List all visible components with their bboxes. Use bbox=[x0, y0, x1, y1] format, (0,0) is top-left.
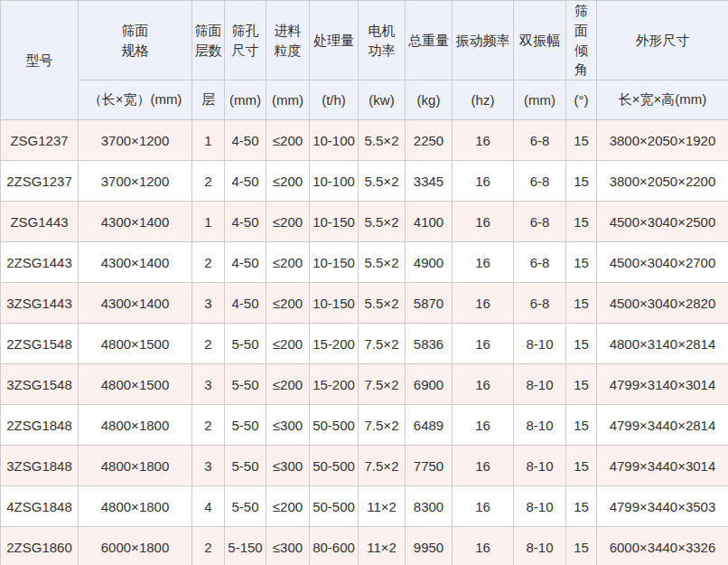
table-cell: 4500×3040×2700 bbox=[597, 242, 728, 283]
table-cell: 5-50 bbox=[225, 405, 266, 446]
col-header-capacity: 处理量 bbox=[310, 1, 359, 80]
col-header-feed-size: 进料 粒度 bbox=[266, 1, 310, 80]
table-cell: 15-200 bbox=[310, 324, 359, 364]
col-header-total-weight: 总重量 bbox=[406, 1, 453, 80]
table-cell: 16 bbox=[453, 324, 514, 364]
col-header-mesh-size: 筛孔 尺寸 bbox=[225, 1, 266, 80]
model-cell: 3ZSG1848 bbox=[1, 446, 79, 486]
table-cell: 5870 bbox=[406, 283, 453, 324]
unit-vibration-frequency: (hz) bbox=[453, 80, 514, 120]
table-cell: 15 bbox=[566, 120, 597, 161]
table-cell: 4-50 bbox=[225, 283, 266, 324]
col-header-screen-spec: 筛面 规格 bbox=[79, 1, 192, 80]
model-cell: ZSG1237 bbox=[1, 120, 79, 161]
table-cell: 8-10 bbox=[514, 486, 566, 527]
table-cell: 10-150 bbox=[310, 202, 359, 242]
table-cell: 16 bbox=[453, 527, 514, 565]
table-cell: 10-100 bbox=[310, 120, 359, 161]
table-cell: 8-10 bbox=[514, 405, 566, 446]
table-cell: 4800×1500 bbox=[79, 364, 192, 405]
col-header-deck-count: 筛面 层数 bbox=[192, 1, 225, 80]
table-row: 2ZSG1548 4800×1500 2 5-50 ≤200 15-200 7.… bbox=[1, 324, 728, 364]
table-row: ZSG1237 3700×1200 1 4-50 ≤200 10-100 5.5… bbox=[1, 120, 728, 161]
table-cell: 4300×1400 bbox=[79, 283, 192, 324]
table-cell: 4799×3440×3503 bbox=[597, 486, 728, 527]
table-cell: 15 bbox=[566, 324, 597, 364]
model-cell: 2ZSG1860 bbox=[1, 527, 79, 565]
table-cell: 16 bbox=[453, 486, 514, 527]
table-cell: 16 bbox=[453, 202, 514, 242]
col-header-motor-power: 电机 功率 bbox=[359, 1, 406, 80]
table-cell: 6-8 bbox=[514, 202, 566, 242]
table-cell: 50-500 bbox=[310, 486, 359, 527]
table-cell: 15 bbox=[566, 161, 597, 202]
table-cell: 4799×3140×3014 bbox=[597, 364, 728, 405]
table-cell: 16 bbox=[453, 405, 514, 446]
table-cell: 6-8 bbox=[514, 161, 566, 202]
model-cell: 3ZSG1443 bbox=[1, 283, 79, 324]
table-cell: 5.5×2 bbox=[359, 120, 406, 161]
table-cell: 4800×3140×2814 bbox=[597, 324, 728, 364]
table-cell: 16 bbox=[453, 283, 514, 324]
table-cell: 15 bbox=[566, 405, 597, 446]
table-cell: 11×2 bbox=[359, 486, 406, 527]
table-cell: ≤200 bbox=[266, 120, 310, 161]
table-cell: 15-200 bbox=[310, 364, 359, 405]
table-cell: 4500×3040×2500 bbox=[597, 202, 728, 242]
table-cell: 15 bbox=[566, 242, 597, 283]
table-row: ZSG1443 4300×1400 1 4-50 ≤200 10-150 5.5… bbox=[1, 202, 728, 242]
table-cell: 1 bbox=[192, 120, 225, 161]
table-cell: 6900 bbox=[406, 364, 453, 405]
unit-capacity: (t/h) bbox=[310, 80, 359, 120]
unit-screen-spec: （长×宽）(mm) bbox=[79, 80, 192, 120]
table-cell: 7.5×2 bbox=[359, 446, 406, 486]
header-row-labels: 型号 筛面 规格 筛面 层数 筛孔 尺寸 进料 粒度 处理量 电机 功率 总重量… bbox=[1, 1, 728, 80]
table-cell: 8300 bbox=[406, 486, 453, 527]
table-cell: 4799×3440×2814 bbox=[597, 405, 728, 446]
table-cell: 1 bbox=[192, 202, 225, 242]
table-cell: 16 bbox=[453, 161, 514, 202]
table-row: 2ZSG1848 4800×1800 2 5-50 ≤300 50-500 7.… bbox=[1, 405, 728, 446]
model-cell: 2ZSG1548 bbox=[1, 324, 79, 364]
table-cell: 2 bbox=[192, 242, 225, 283]
table-cell: 6000×1800 bbox=[79, 527, 192, 565]
table-cell: 3800×2050×1920 bbox=[597, 120, 728, 161]
table-cell: ≤200 bbox=[266, 364, 310, 405]
table-cell: ≤300 bbox=[266, 527, 310, 565]
table-cell: ≤200 bbox=[266, 202, 310, 242]
table-cell: 50-500 bbox=[310, 446, 359, 486]
table-cell: ≤200 bbox=[266, 242, 310, 283]
table-cell: 3700×1200 bbox=[79, 120, 192, 161]
col-header-double-amplitude: 双振幅 bbox=[514, 1, 566, 80]
table-row: 4ZSG1848 4800×1800 4 5-50 ≤200 50-500 11… bbox=[1, 486, 728, 527]
table-cell: 3345 bbox=[406, 161, 453, 202]
table-cell: 4100 bbox=[406, 202, 453, 242]
unit-overall-dimensions: 长×宽×高(mm) bbox=[597, 80, 728, 120]
spec-table: 型号 筛面 规格 筛面 层数 筛孔 尺寸 进料 粒度 处理量 电机 功率 总重量… bbox=[0, 0, 728, 565]
table-cell: 6-8 bbox=[514, 283, 566, 324]
table-cell: 5.5×2 bbox=[359, 242, 406, 283]
table-cell: 7.5×2 bbox=[359, 324, 406, 364]
table-cell: 4 bbox=[192, 486, 225, 527]
table-cell: 7750 bbox=[406, 446, 453, 486]
unit-deck-count: 层 bbox=[192, 80, 225, 120]
model-cell: 2ZSG1443 bbox=[1, 242, 79, 283]
table-cell: 8-10 bbox=[514, 364, 566, 405]
unit-motor-power: (kw) bbox=[359, 80, 406, 120]
table-row: 2ZSG1443 4300×1400 2 4-50 ≤200 10-150 5.… bbox=[1, 242, 728, 283]
table-cell: 4800×1500 bbox=[79, 324, 192, 364]
table-cell: 50-500 bbox=[310, 405, 359, 446]
table-cell: 5836 bbox=[406, 324, 453, 364]
table-cell: 3700×1200 bbox=[79, 161, 192, 202]
table-cell: 15 bbox=[566, 364, 597, 405]
table-cell: 15 bbox=[566, 486, 597, 527]
table-cell: ≤300 bbox=[266, 446, 310, 486]
table-cell: ≤200 bbox=[266, 283, 310, 324]
col-header-vibration-frequency: 振动频率 bbox=[453, 1, 514, 80]
col-header-screen-angle: 筛面 倾角 bbox=[566, 1, 597, 80]
table-cell: 4300×1400 bbox=[79, 202, 192, 242]
table-cell: 5-50 bbox=[225, 364, 266, 405]
model-cell: 2ZSG1848 bbox=[1, 405, 79, 446]
table-cell: 4-50 bbox=[225, 161, 266, 202]
table-cell: 8-10 bbox=[514, 324, 566, 364]
